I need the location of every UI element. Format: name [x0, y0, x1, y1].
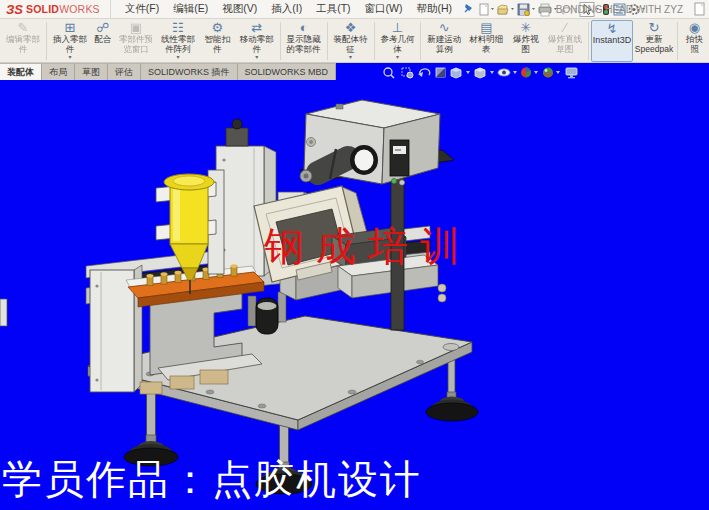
smart-fasteners-icon: ⚙ — [211, 21, 223, 35]
dropdown-arrow-icon[interactable]: ▾ — [68, 54, 71, 60]
update-speedpak-icon: ↻ — [649, 21, 660, 35]
button-label: 爆炸视图 — [510, 35, 541, 54]
show-hidden-components-button[interactable]: ◐ 显示隐藏的零部件 — [283, 20, 325, 62]
button-label: 装配体特征 — [333, 35, 369, 54]
menu-items: 文件(F) 编辑(E) 视图(V) 插入(I) 工具(T) 窗口(W) 帮助(H… — [111, 2, 452, 16]
logo-brand-light: WORKS — [59, 3, 100, 15]
display-style-icon[interactable] — [475, 68, 494, 78]
menu-window[interactable]: 窗口(W) — [365, 2, 403, 16]
menu-help[interactable]: 帮助(H) — [416, 2, 452, 16]
tab-sketch[interactable]: 草图 — [75, 63, 108, 80]
reference-geometry-icon: ⊥ — [392, 21, 403, 35]
update-speedpak-button[interactable]: ↻ 更新 Speedpak — [633, 20, 675, 62]
document-corner-icon[interactable] — [693, 2, 707, 17]
tab-assembly[interactable]: 装配体 — [0, 63, 42, 80]
print-icon[interactable] — [539, 4, 557, 16]
tab-evaluate[interactable]: 评估 — [108, 63, 141, 80]
heads-up-view-toolbar — [380, 65, 580, 81]
button-label: Instant3D — [593, 36, 632, 46]
dropdown-arrow-icon[interactable]: ▾ — [396, 54, 399, 60]
menu-insert[interactable]: 插入(I) — [271, 2, 302, 16]
dropdown-arrow-icon[interactable]: ▾ — [176, 54, 179, 60]
menu-file[interactable]: 文件(F) — [125, 2, 159, 16]
tab-solidworks-addins[interactable]: SOLIDWORKS 插件 — [141, 63, 238, 80]
mate-button[interactable]: ☍ 配合 — [91, 20, 115, 62]
explode-line-sketch-button[interactable]: ∕ 爆炸直线草图 — [544, 20, 586, 62]
section-view-icon[interactable] — [436, 68, 445, 77]
mate-icon: ☍ — [96, 21, 109, 35]
linear-component-pattern-button[interactable]: ☷ 线性零部件阵列 ▾ — [157, 20, 199, 62]
tab-layout[interactable]: 布局 — [42, 63, 75, 80]
component-preview-window-button[interactable]: ▣ 零部件预览窗口 — [115, 20, 157, 62]
exploded-view-button[interactable]: ✳ 爆炸视图 — [507, 20, 544, 62]
control-panel[interactable] — [390, 140, 409, 176]
previous-view-icon[interactable] — [418, 69, 430, 77]
bill-of-materials-button[interactable]: ▤ 材料明细表 — [465, 20, 507, 62]
motion-study-icon: ∿ — [439, 21, 450, 35]
button-label: 编辑零部件 — [5, 35, 41, 54]
ribbon-separator — [677, 22, 678, 60]
button-label: 新建运动算例 — [426, 35, 462, 54]
controller-box[interactable] — [300, 100, 454, 185]
ribbon-separator — [588, 22, 589, 60]
model-dispensing-machine[interactable] — [0, 84, 480, 510]
component-preview-icon: ▣ — [130, 21, 142, 35]
window-title: BONDING HEAD WITH ZYZ — [556, 0, 683, 19]
button-label: 零部件预览窗口 — [118, 35, 154, 54]
show-hidden-icon: ◐ — [300, 21, 308, 35]
solidworks-window: ЗS SOLID WORKS 文件(F) 编辑(E) 视图(V) 插入(I) 工… — [0, 0, 709, 510]
insert-component-icon: ⊞ — [64, 21, 75, 35]
left-edge-part[interactable] — [0, 299, 7, 326]
view-orientation-icon[interactable] — [451, 68, 470, 78]
button-label: 智能扣件 — [202, 35, 233, 54]
edit-component-button[interactable]: ✎ 编辑零部件 — [2, 20, 44, 62]
save-icon[interactable] — [518, 4, 535, 16]
smart-fasteners-button[interactable]: ⚙ 智能扣件 — [199, 20, 236, 62]
assembly-features-button[interactable]: ❖ 装配体特征 ▾ — [330, 20, 372, 62]
apply-scene-icon[interactable] — [543, 68, 560, 78]
dropdown-arrow-icon[interactable]: ▾ — [349, 54, 352, 60]
zoom-to-fit-icon[interactable] — [384, 68, 394, 78]
ribbon-separator — [374, 22, 375, 60]
button-label: 插入零部件 — [52, 35, 88, 54]
button-label: 参考几何体 — [379, 35, 415, 54]
edit-appearance-icon[interactable] — [521, 67, 538, 77]
solidworks-logo: ЗS SOLID WORKS — [0, 0, 111, 19]
assembly-features-icon: ❖ — [345, 21, 357, 35]
snapshot-camera-icon: ◉ — [689, 21, 700, 35]
dropdown-arrow-icon[interactable]: ▾ — [255, 54, 258, 60]
button-label: 拍快照 — [683, 35, 706, 54]
pin-icon[interactable] — [465, 4, 472, 12]
green-indicator[interactable] — [391, 178, 396, 183]
menu-view[interactable]: 视图(V) — [222, 2, 257, 16]
ribbon-separator — [280, 22, 281, 60]
new-document-icon[interactable] — [480, 4, 494, 15]
take-snapshot-button[interactable]: ◉ 拍快照 — [680, 20, 709, 62]
command-manager-tabs: 装配体 布局 草图 评估 SOLIDWORKS 插件 SOLIDWORKS MB… — [0, 63, 272, 80]
training-watermark: 钢成培训 — [264, 219, 472, 274]
button-label: 爆炸直线草图 — [547, 35, 583, 54]
menu-tools[interactable]: 工具(T) — [316, 2, 350, 16]
graphics-viewport[interactable]: 装配体 布局 草图 评估 SOLIDWORKS 插件 SOLIDWORKS MB… — [0, 63, 709, 510]
open-document-icon[interactable] — [498, 5, 514, 14]
round-gauge — [350, 145, 378, 175]
zoom-to-area-icon[interactable] — [402, 68, 413, 78]
view-settings-icon[interactable] — [566, 68, 577, 78]
explode-line-sketch-icon: ∕ — [564, 21, 566, 35]
instant3d-button[interactable]: ↯ Instant3D — [591, 20, 633, 62]
button-label: 材料明细表 — [468, 35, 504, 54]
menu-edit[interactable]: 编辑(E) — [173, 2, 208, 16]
reference-geometry-button[interactable]: ⊥ 参考几何体 ▾ — [376, 20, 418, 62]
new-motion-study-button[interactable]: ∿ 新建运动算例 — [423, 20, 465, 62]
move-component-button[interactable]: ⇄ 移动零部件 ▾ — [236, 20, 278, 62]
button-label: 显示隐藏的零部件 — [286, 35, 322, 54]
hide-show-items-icon[interactable] — [498, 69, 517, 76]
base-plate[interactable] — [88, 316, 472, 430]
tab-solidworks-mbd[interactable]: SOLIDWORKS MBD — [238, 63, 337, 80]
command-manager-ribbon: ✎ 编辑零部件 ⊞ 插入零部件 ▾ ☍ 配合 ▣ 零部件预览窗口 ☷ 线性零部件… — [0, 19, 709, 63]
insert-component-button[interactable]: ⊞ 插入零部件 ▾ — [49, 20, 91, 62]
student-work-caption: 学员作品：点胶机设计 — [2, 452, 422, 507]
edit-component-icon: ✎ — [18, 21, 29, 35]
gray-indicator[interactable] — [399, 180, 404, 185]
button-label: 线性零部件阵列 — [160, 35, 196, 54]
